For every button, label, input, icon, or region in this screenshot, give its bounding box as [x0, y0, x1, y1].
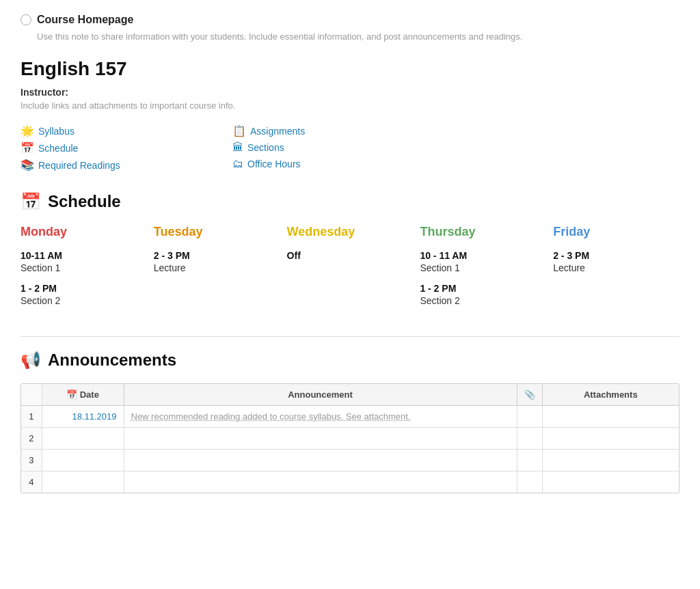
link-office-hours[interactable]: 🗂 Office Hours [232, 158, 431, 170]
row-3-date [42, 450, 124, 471]
schedule-section-icon: 📅 [21, 192, 41, 211]
link-sections-label: Sections [247, 142, 284, 153]
wednesday-time-1: Off [287, 250, 414, 261]
thursday-time-2: 1 - 2 PM [420, 283, 546, 294]
announcements-section: 📢 Announcements 📅 Date Announcement 📎 At… [21, 351, 679, 493]
row-1-date: 18.11.2019 [42, 406, 124, 428]
row-1-attachments [542, 406, 679, 428]
link-sections[interactable]: 🏛 Sections [232, 141, 431, 154]
schedule-section-title: Schedule [48, 192, 121, 211]
course-title: English 157 [21, 58, 679, 80]
row-3-paperclip [517, 450, 542, 471]
th-announcement: Announcement [124, 384, 517, 406]
readings-icon: 📚 [21, 159, 34, 172]
row-4-attachments [542, 471, 679, 493]
monday-slot-1: 10-11 AM Section 1 [21, 250, 147, 273]
day-monday-label: Monday [21, 225, 147, 239]
monday-desc-2: Section 2 [21, 295, 147, 306]
day-wednesday-label: Wednesday [287, 225, 414, 239]
row-1-announcement-text: New recommended reading added to course … [131, 411, 411, 422]
row-2-date [42, 428, 124, 450]
thursday-desc-2: Section 2 [420, 295, 546, 306]
link-assignments[interactable]: 📋 Assignments [232, 124, 431, 137]
calendar-icon: 📅 [66, 389, 77, 400]
schedule-icon: 📅 [21, 141, 34, 154]
row-2-attachments [542, 428, 679, 450]
office-hours-icon: 🗂 [232, 158, 243, 170]
links-col1: 🌟 Syllabus 📅 Schedule 📚 Required Reading… [21, 124, 219, 172]
links-col2: 📋 Assignments 🏛 Sections 🗂 Office Hours [232, 124, 431, 172]
schedule-grid: Monday 10-11 AM Section 1 1 - 2 PM Secti… [21, 225, 679, 316]
syllabus-icon: 🌟 [21, 124, 34, 137]
monday-desc-1: Section 1 [21, 262, 147, 273]
tuesday-time-1: 2 - 3 PM [154, 250, 280, 261]
row-3-attachments [542, 450, 679, 471]
day-tuesday-label: Tuesday [154, 225, 280, 239]
row-4-num: 4 [21, 471, 42, 493]
link-office-hours-label: Office Hours [247, 159, 301, 169]
row-4-announcement [124, 471, 517, 493]
th-rownum [21, 384, 42, 406]
table-row: 3 [21, 450, 679, 471]
link-syllabus-label: Syllabus [38, 126, 75, 137]
monday-slot-2: 1 - 2 PM Section 2 [21, 283, 147, 306]
day-tuesday: Tuesday 2 - 3 PM Lecture [154, 225, 280, 316]
section-divider [21, 336, 679, 337]
day-thursday: Thursday 10 - 11 AM Section 1 1 - 2 PM S… [420, 225, 546, 316]
page-title: Course Homepage [37, 14, 133, 26]
row-1-date-value: 18.11.2019 [72, 411, 116, 422]
row-2-announcement [124, 428, 517, 450]
link-schedule-label: Schedule [38, 143, 78, 154]
assignments-icon: 📋 [232, 124, 246, 137]
page-subtitle: Use this note to share information with … [37, 31, 679, 42]
instructor-label: Instructor: [21, 87, 679, 98]
thursday-desc-1: Section 1 [420, 262, 546, 273]
day-friday-label: Friday [553, 225, 679, 239]
row-4-paperclip [517, 471, 542, 493]
sections-icon: 🏛 [232, 141, 243, 154]
day-monday: Monday 10-11 AM Section 1 1 - 2 PM Secti… [21, 225, 147, 316]
announcements-title: Announcements [48, 351, 176, 370]
tuesday-slot-1: 2 - 3 PM Lecture [154, 250, 280, 273]
friday-slot-1: 2 - 3 PM Lecture [553, 250, 679, 273]
row-2-paperclip [517, 428, 542, 450]
table-header-row: 📅 Date Announcement 📎 Attachments [21, 384, 679, 406]
table-row: 2 [21, 428, 679, 450]
link-syllabus[interactable]: 🌟 Syllabus [21, 124, 219, 137]
announcements-header: 📢 Announcements [21, 351, 679, 370]
friday-time-1: 2 - 3 PM [553, 250, 679, 261]
row-1-num: 1 [21, 406, 42, 428]
th-paperclip: 📎 [517, 384, 542, 406]
row-4-date [42, 471, 124, 493]
wednesday-slot-1: Off [287, 250, 414, 261]
link-readings-label: Required Readings [38, 160, 120, 171]
row-1-paperclip [517, 406, 542, 428]
monday-time-1: 10-11 AM [21, 250, 147, 261]
instructor-label-text: Instructor: [21, 87, 68, 98]
table-row: 1 18.11.2019 New recommended reading add… [21, 406, 679, 428]
instructor-hint: Include links and attachments to importa… [21, 100, 679, 111]
announcements-table: 📅 Date Announcement 📎 Attachments 1 [21, 384, 679, 493]
announcements-table-wrapper: 📅 Date Announcement 📎 Attachments 1 [21, 383, 679, 493]
header-circle-icon [21, 14, 31, 25]
row-3-num: 3 [21, 450, 42, 471]
link-schedule[interactable]: 📅 Schedule [21, 141, 219, 154]
link-required-readings[interactable]: 📚 Required Readings [21, 159, 219, 172]
thursday-slot-1: 10 - 11 AM Section 1 [420, 250, 546, 273]
day-thursday-label: Thursday [420, 225, 546, 239]
table-row: 4 [21, 471, 679, 493]
schedule-section-header: 📅 Schedule [21, 192, 679, 211]
th-date: 📅 Date [42, 384, 124, 406]
row-2-num: 2 [21, 428, 42, 450]
page-header: Course Homepage [21, 14, 679, 26]
announcements-icon: 📢 [21, 351, 41, 370]
monday-time-2: 1 - 2 PM [21, 283, 147, 294]
friday-desc-1: Lecture [553, 262, 679, 273]
day-friday: Friday 2 - 3 PM Lecture [553, 225, 679, 316]
tuesday-desc-1: Lecture [154, 262, 280, 273]
thursday-time-1: 10 - 11 AM [420, 250, 546, 261]
link-assignments-label: Assignments [250, 126, 305, 137]
thursday-slot-2: 1 - 2 PM Section 2 [420, 283, 546, 306]
links-grid: 🌟 Syllabus 📅 Schedule 📚 Required Reading… [21, 124, 431, 172]
row-1-announcement: New recommended reading added to course … [124, 406, 517, 428]
